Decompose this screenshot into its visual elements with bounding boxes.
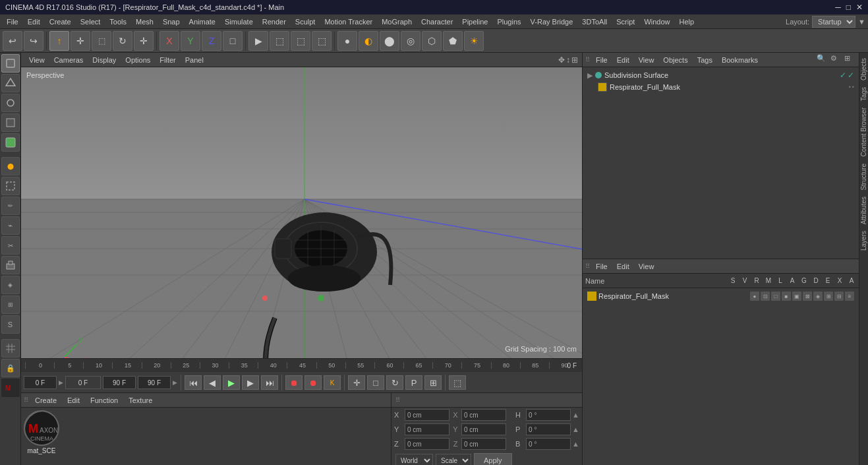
z-size-field[interactable] <box>461 438 506 450</box>
obj-bot-edit-menu[interactable]: Edit <box>614 262 633 271</box>
p-field[interactable] <box>526 423 571 435</box>
z-pos-field[interactable] <box>405 438 449 450</box>
attributes-tab[interactable]: Attributes <box>859 194 868 227</box>
bridge-button[interactable]: ⊞ <box>1 295 20 314</box>
bot-icon-3[interactable]: □ <box>771 292 780 301</box>
z-axis-button[interactable]: Z <box>202 31 221 51</box>
menu-edit[interactable]: Edit <box>24 16 44 27</box>
add-button[interactable]: ✛ <box>134 31 154 51</box>
undo-button[interactable]: ↩ <box>3 31 22 51</box>
preview-end-field[interactable] <box>138 376 171 389</box>
3d-viewport[interactable]: Y X Z Perspective Grid Spacing : 100 cm <box>21 67 582 358</box>
menu-sculpt[interactable]: Sculpt <box>291 16 320 27</box>
menu-tools[interactable]: Tools <box>105 16 130 27</box>
options-menu[interactable]: Options <box>121 55 154 65</box>
h-field[interactable] <box>526 409 571 421</box>
snap-button[interactable]: S <box>1 315 20 334</box>
start-frame-field[interactable] <box>65 376 101 389</box>
render-queue-button[interactable]: ⬚ <box>312 31 332 51</box>
scale-dropdown[interactable]: Scale Size <box>436 454 471 465</box>
curves-button[interactable]: ⊞ <box>424 375 442 390</box>
mat-edit-menu[interactable]: Edit <box>63 396 84 405</box>
bot-icon-4[interactable]: ■ <box>782 292 791 301</box>
material-item[interactable]: M AXON CINEMA 4D mat_SCE <box>24 410 59 454</box>
lock-button[interactable]: 🔒 <box>1 359 20 377</box>
obj-search-icon[interactable]: 🔍 <box>817 54 828 66</box>
mat-create-menu[interactable]: Create <box>31 396 61 405</box>
move-tool-button[interactable]: ↑ <box>49 31 69 51</box>
layout-dropdown[interactable]: Startup <box>812 16 855 28</box>
vp-fullscreen-icon[interactable]: ⊞ <box>571 55 578 65</box>
x-pos-field[interactable] <box>405 409 449 421</box>
obj-bot-view-menu[interactable]: View <box>635 262 658 271</box>
menu-mograph[interactable]: MoGraph <box>378 16 416 27</box>
material-thumbnail[interactable]: M AXON CINEMA 4D <box>24 410 59 446</box>
structure-tab[interactable]: Structure <box>859 161 868 193</box>
magnet-button[interactable]: ⌁ <box>1 216 20 235</box>
y-pos-field[interactable] <box>405 423 449 435</box>
phong-button[interactable]: ◎ <box>401 31 420 51</box>
live-select-button[interactable]: ⬤ <box>1 157 20 175</box>
auto-key-button[interactable]: ⏺ <box>304 375 322 390</box>
extrude-button[interactable] <box>1 256 20 274</box>
filter-menu[interactable]: Filter <box>156 55 179 65</box>
display-menu[interactable]: Display <box>88 55 120 65</box>
obj-item-respirator[interactable]: Respirator_Full_Mask • • <box>585 81 857 93</box>
menu-select[interactable]: Select <box>76 16 105 27</box>
menu-script[interactable]: Script <box>612 16 639 27</box>
frame-field-arrow[interactable]: ▶ <box>59 379 63 386</box>
sky-button[interactable]: ☀ <box>464 31 484 51</box>
subdiv-check2-icon[interactable]: ✓ <box>848 71 854 80</box>
play-button[interactable]: ▶ <box>223 375 240 390</box>
menu-snap[interactable]: Snap <box>159 16 184 27</box>
bevel-button[interactable]: ◈ <box>1 276 20 294</box>
subdiv-button[interactable]: ⬡ <box>422 31 442 51</box>
menu-motion-tracker[interactable]: Motion Tracker <box>320 16 376 27</box>
light-button[interactable]: ◐ <box>359 31 378 51</box>
y-axis-button[interactable]: Y <box>181 31 200 51</box>
bot-icon-2[interactable]: ⊡ <box>761 292 770 301</box>
obj-view-menu[interactable]: View <box>635 55 658 65</box>
go-start-button[interactable]: ⏮ <box>185 375 202 390</box>
axis-all-button[interactable]: □ <box>223 31 243 51</box>
current-frame-field[interactable] <box>24 376 57 389</box>
bot-icon-5[interactable]: ▣ <box>792 292 801 301</box>
uv-mode-button[interactable] <box>1 133 20 152</box>
y-size-field[interactable] <box>461 423 506 435</box>
timeline-expand-button[interactable]: ⬚ <box>449 375 466 390</box>
close-button[interactable]: ✕ <box>856 3 863 12</box>
poly-mode-button[interactable] <box>1 113 20 132</box>
menu-mesh[interactable]: Mesh <box>132 16 158 27</box>
tags-tab[interactable]: Tags <box>859 84 868 104</box>
obj-settings-icon[interactable]: ⚙ <box>830 54 842 66</box>
obj-expand-icon[interactable]: ⊞ <box>844 54 856 66</box>
bot-icon-9[interactable]: ⊟ <box>834 292 844 301</box>
menu-animate[interactable]: Animate <box>185 16 219 27</box>
scale-tool-button[interactable]: ✛ <box>71 31 90 51</box>
camera-button[interactable]: ● <box>337 31 357 51</box>
menu-window[interactable]: Window <box>640 16 674 27</box>
menu-simulate[interactable]: Simulate <box>221 16 257 27</box>
menu-vray[interactable]: V-Ray Bridge <box>527 16 577 27</box>
prev-frame-button[interactable]: ◀ <box>204 375 221 390</box>
mat-texture-menu[interactable]: Texture <box>125 396 156 405</box>
objects-tab[interactable]: Objects <box>859 55 868 83</box>
layers-tab[interactable]: Layers <box>859 228 868 253</box>
subdiv-check-icon[interactable]: ✓ <box>840 71 846 80</box>
mat-function-menu[interactable]: Function <box>86 396 122 405</box>
p-arrow[interactable]: ▲ <box>572 425 579 433</box>
ping-pong-button[interactable]: P <box>405 375 422 390</box>
minimize-button[interactable]: ─ <box>835 3 841 12</box>
obj-bookmarks-menu[interactable]: Bookmarks <box>718 55 761 65</box>
h-arrow[interactable]: ▲ <box>572 411 579 419</box>
redo-button[interactable]: ↪ <box>24 31 43 51</box>
record-button[interactable]: ⏺ <box>285 375 303 390</box>
transform-tool-button[interactable]: ↻ <box>113 31 132 51</box>
edge-mode-button[interactable] <box>1 94 20 112</box>
bot-icon-8[interactable]: ⊞ <box>824 292 833 301</box>
menu-pipeline[interactable]: Pipeline <box>458 16 492 27</box>
maximize-button[interactable]: □ <box>846 3 851 12</box>
select-key-button[interactable]: □ <box>367 375 384 390</box>
b-arrow[interactable]: ▲ <box>572 440 579 448</box>
menu-character[interactable]: Character <box>417 16 457 27</box>
